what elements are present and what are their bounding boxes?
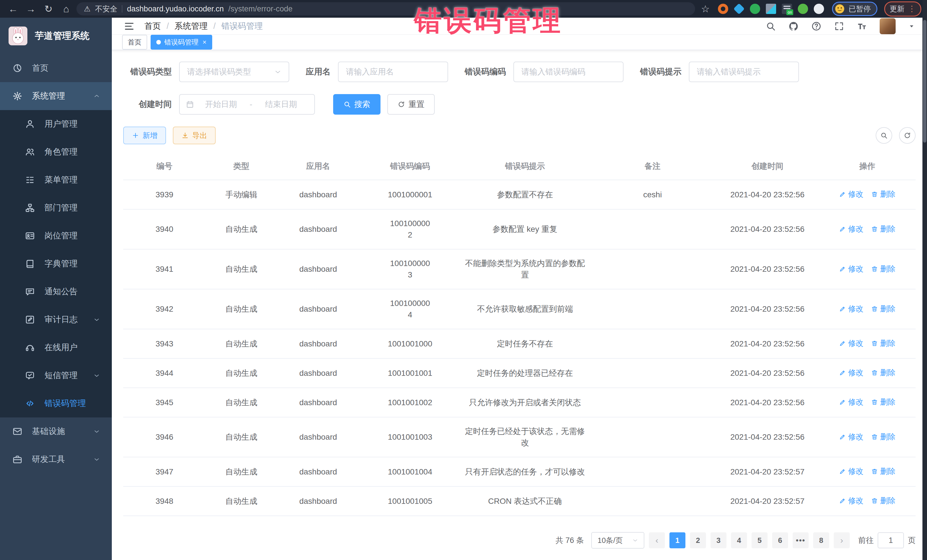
sidebar-item-12[interactable]: 错误码管理 [0, 390, 112, 417]
page-button-4[interactable]: 4 [731, 532, 747, 548]
sidebar-item-0[interactable]: 首页 [0, 54, 112, 82]
page-button-1[interactable]: 1 [669, 532, 685, 548]
close-tag-icon[interactable]: × [202, 38, 207, 46]
forward-icon[interactable]: → [23, 2, 38, 15]
sidebar-item-13[interactable]: 基础设施 [0, 417, 112, 445]
edit-button[interactable]: 修改 [839, 338, 864, 349]
cell-app: dashboard [277, 457, 359, 486]
page-button-5[interactable]: 5 [752, 532, 767, 548]
bookmark-star-icon[interactable]: ☆ [698, 2, 713, 15]
refresh-table-button[interactable] [899, 127, 916, 144]
sidebar-item-2[interactable]: 用户管理 [0, 110, 112, 138]
prev-page-button[interactable]: ‹ [649, 532, 665, 548]
delete-button[interactable]: 删除 [871, 223, 896, 235]
ext-list-on-icon[interactable] [782, 4, 792, 14]
user-avatar[interactable] [880, 18, 896, 34]
delete-button[interactable]: 删除 [871, 466, 896, 477]
error-tip-input[interactable] [689, 62, 799, 82]
back-icon[interactable]: ← [6, 2, 21, 15]
more-pages-button[interactable]: ••• [793, 532, 808, 548]
add-button[interactable]: 新增 [123, 127, 166, 144]
error-type-select[interactable]: 请选择错误码类型 [179, 62, 289, 82]
home-icon[interactable]: ⌂ [59, 2, 74, 15]
delete-button[interactable]: 删除 [871, 188, 896, 200]
app-frame: 芋道管理系统 首页系统管理用户管理角色管理菜单管理部门管理岗位管理字典管理通知公… [0, 18, 927, 560]
help-icon[interactable] [811, 21, 821, 31]
date-range-picker[interactable]: 开始日期 - 结束日期 [179, 94, 315, 115]
header-search-icon[interactable] [766, 21, 776, 31]
chevron-up-icon [94, 93, 100, 99]
edit-button[interactable]: 修改 [839, 495, 864, 506]
reset-button[interactable]: 重置 [388, 94, 435, 115]
edit-button[interactable]: 修改 [839, 396, 864, 408]
tag-item[interactable]: 首页 [122, 35, 147, 50]
sidebar-item-4[interactable]: 菜单管理 [0, 166, 112, 194]
sidebar-item-1[interactable]: 系统管理 [0, 82, 112, 110]
error-code-input[interactable] [514, 62, 623, 82]
edit-button[interactable]: 修改 [839, 303, 864, 314]
profile-paused-badge[interactable]: 已暂停 [832, 2, 877, 16]
browser-scrollbar[interactable] [922, 0, 927, 560]
delete-button[interactable]: 删除 [871, 263, 896, 275]
hamburger-icon[interactable] [124, 21, 135, 32]
page-size-select[interactable]: 10条/页 [591, 532, 644, 549]
ext-orange-ring-icon[interactable] [718, 4, 728, 14]
sidebar-item-6[interactable]: 岗位管理 [0, 222, 112, 250]
sidebar-item-7[interactable]: 字典管理 [0, 250, 112, 278]
next-page-button[interactable]: › [834, 532, 850, 548]
font-size-icon[interactable] [857, 21, 867, 31]
sidebar-item-14[interactable]: 研发工具 [0, 445, 112, 473]
sidebar-item-9[interactable]: 审计日志 [0, 306, 112, 334]
tag-active[interactable]: 错误码管理× [150, 35, 212, 50]
delete-button[interactable]: 删除 [871, 338, 896, 349]
sidebar-item-label: 角色管理 [44, 146, 78, 158]
cell-app: dashboard [277, 388, 359, 417]
edit-button[interactable]: 修改 [839, 431, 864, 443]
page-button-2[interactable]: 2 [690, 532, 706, 548]
kebab-menu-icon[interactable]: ⋮ [908, 5, 916, 13]
edit-button[interactable]: 修改 [839, 466, 864, 477]
edit-button[interactable]: 修改 [839, 367, 864, 378]
search-button[interactable]: 搜索 [333, 94, 380, 115]
cell-time: 2021-04-20 23:52:56 [716, 180, 819, 209]
ext-blue-gem-icon[interactable] [733, 3, 745, 15]
github-icon[interactable] [789, 21, 799, 31]
error-type-label: 错误码类型 [123, 66, 172, 77]
sidebar-item-8[interactable]: 通知公告 [0, 278, 112, 306]
app-logo-row[interactable]: 芋道管理系统 [0, 18, 112, 54]
delete-button[interactable]: 删除 [871, 396, 896, 408]
trash-icon [871, 266, 878, 272]
edit-button[interactable]: 修改 [839, 223, 864, 235]
delete-button[interactable]: 删除 [871, 303, 896, 314]
page-button-6[interactable]: 6 [772, 532, 788, 548]
reload-icon[interactable]: ↻ [41, 2, 56, 15]
breadcrumb-item[interactable]: 首页 [144, 21, 161, 32]
fullscreen-icon[interactable] [834, 21, 844, 31]
sidebar: 芋道管理系统 首页系统管理用户管理角色管理菜单管理部门管理岗位管理字典管理通知公… [0, 18, 112, 560]
security-label[interactable]: 不安全 [95, 4, 117, 14]
ext-tiles-icon[interactable] [766, 4, 776, 14]
page-button-3[interactable]: 3 [711, 532, 726, 548]
delete-button[interactable]: 删除 [871, 495, 896, 506]
sidebar-item-10[interactable]: 在线用户 [0, 334, 112, 361]
update-button[interactable]: 更新 ⋮ [884, 2, 921, 17]
delete-button[interactable]: 删除 [871, 431, 896, 443]
edit-button[interactable]: 修改 [839, 188, 864, 200]
sidebar-item-3[interactable]: 角色管理 [0, 138, 112, 166]
page-button-8[interactable]: 8 [813, 532, 829, 548]
caret-down-icon[interactable] [908, 23, 915, 30]
sidebar-item-5[interactable]: 部门管理 [0, 194, 112, 222]
export-button[interactable]: 导出 [173, 127, 216, 144]
toggle-search-button[interactable] [876, 127, 892, 144]
edit-button[interactable]: 修改 [839, 263, 864, 275]
address-bar[interactable]: ⚠ 不安全 dashboard.yudao.iocoder.cn /system… [76, 2, 695, 15]
ext-puzzle-icon[interactable] [814, 4, 824, 14]
ext-green-figure-icon[interactable] [798, 4, 808, 14]
ext-green-check-icon[interactable] [750, 4, 760, 14]
sidebar-item-11[interactable]: 短信管理 [0, 361, 112, 390]
breadcrumb-item[interactable]: 系统管理 [175, 21, 208, 32]
delete-button[interactable]: 删除 [871, 367, 896, 378]
goto-page-input[interactable] [878, 532, 904, 548]
app-name-input[interactable] [338, 62, 448, 82]
scrollbar-thumb[interactable] [923, 20, 926, 143]
